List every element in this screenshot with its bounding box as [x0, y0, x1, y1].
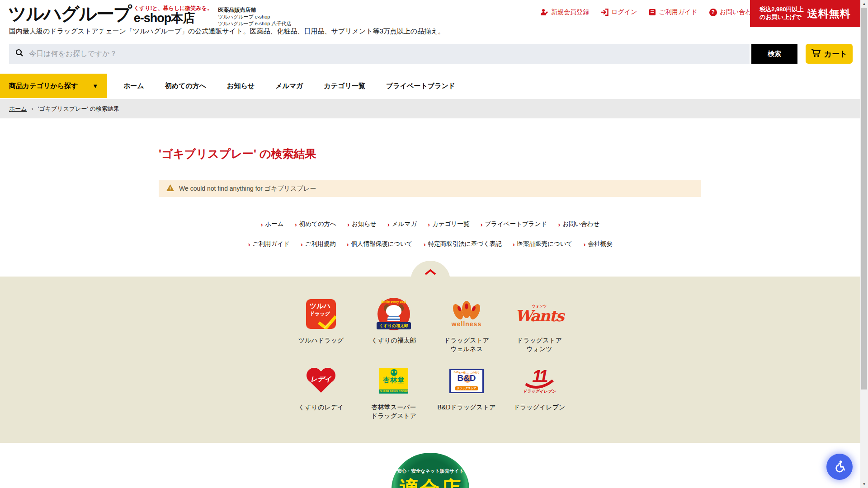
footer-link-guide[interactable]: ご利用ガイド: [248, 240, 289, 248]
brand-row-2: レデイ くすりのレデイ 杏林堂 SUPER DRUG STORE 杏林堂スーパー…: [0, 361, 860, 420]
scroll-up-arrow[interactable]: ▲: [860, 0, 868, 8]
footer-link-privacy[interactable]: 個人情報保護について: [347, 240, 413, 248]
smiley-icon: [391, 369, 397, 376]
register-link[interactable]: 新規会員登録: [540, 8, 589, 16]
brand-label-line2: ドラッグストア: [371, 412, 416, 420]
nav-item-mailmag[interactable]: メルマガ: [275, 82, 303, 90]
wheelchair-icon: [833, 460, 846, 474]
brand-label: ドラッグイレブン: [514, 403, 566, 412]
brand-label: くすりの福太郎: [371, 336, 416, 345]
cart-button[interactable]: カート: [806, 44, 853, 64]
search-icon: [15, 49, 24, 59]
eleven-sub-text: ドラッグイレブン: [523, 389, 556, 394]
breadcrumb-separator-icon: ›: [32, 105, 33, 112]
brand-fukutaro[interactable]: Smile every day! くすりの福太郎 くすりの福太郎: [358, 294, 430, 353]
scrollbar-thumb[interactable]: [861, 8, 867, 389]
footer-link-private-brand[interactable]: プライベートブランド: [480, 220, 547, 228]
chevron-down-icon: ▼: [92, 83, 98, 89]
seal-main-text: 適合店: [399, 475, 462, 488]
store-info: 医薬品販売店舗 ツルハグループ e-shop ツルハグループ e-shop 八千…: [218, 6, 291, 27]
brand-kyorindo[interactable]: 杏林堂 SUPER DRUG STORE 杏林堂スーパー ドラッグストア: [358, 361, 430, 420]
footer-link-first-time[interactable]: 初めての方へ: [295, 220, 336, 228]
dog-shirt-icon: [387, 316, 400, 321]
no-results-text: We could not find anything for ゴキブリスプレー: [179, 185, 316, 193]
fukutaro-arc-text: Smile every day!: [377, 300, 410, 303]
brand-label: B&Dドラッグストア: [437, 403, 495, 412]
footer-link-news[interactable]: お知らせ: [347, 220, 377, 228]
footer-link-company[interactable]: 会社概要: [584, 240, 613, 248]
free-shipping-label: 送料無料: [807, 7, 851, 21]
lady-logo: レデイ: [307, 361, 335, 401]
certified-shop-seal: 安心・安全なネット販売サイト 適合店: [392, 453, 469, 488]
fukutaro-logo: Smile every day! くすりの福太郎: [377, 294, 410, 334]
brand-bd[interactable]: B&Dと一緒に、この街で B&D ドラッグストア B&Dドラッグストア: [430, 361, 503, 420]
logo-eshop-block: くすり!と、暮らしに微笑みを。 e-shop本店: [134, 5, 213, 24]
main-nav: 商品カテゴリから探す ▼ ホーム 初めての方へ お知らせ メルマガ カテゴリ一覧…: [0, 75, 860, 97]
search-input[interactable]: [29, 50, 743, 58]
accessibility-button[interactable]: [826, 454, 853, 480]
footer-links-row2: ご利用ガイド ご利用規約 個人情報保護について 特定商取引法に基づく表記 医薬品…: [0, 240, 860, 248]
brand-row-1: ツルハ ドラッグ ツルハドラッグ Smile every day! くすりの福太…: [0, 294, 860, 353]
warning-icon: [166, 184, 175, 193]
breadcrumb: ホーム › 'ゴキブリスプレー' の検索結果: [0, 99, 860, 118]
brand-drug-eleven[interactable]: 11 ドラッグイレブン ドラッグイレブン: [503, 361, 576, 420]
nav-item-news[interactable]: お知らせ: [227, 82, 255, 90]
back-to-top-button[interactable]: [410, 261, 450, 281]
logo-eshop: e-shop本店: [134, 12, 213, 24]
user-register-icon: [540, 9, 548, 16]
category-menu-label: 商品カテゴリから探す: [9, 82, 78, 90]
scroll-down-arrow[interactable]: ▼: [860, 480, 868, 488]
footer-link-home[interactable]: ホーム: [260, 220, 283, 228]
wellness-logo-text: wellness: [452, 320, 481, 328]
guide-link[interactable]: ご利用ガイド: [649, 8, 697, 16]
wants-logo-text: Wants: [515, 307, 564, 325]
drug-eleven-logo: 11 ドラッグイレブン: [523, 361, 556, 401]
brand-wellness[interactable]: wellness ドラッグストア ウェルネス: [430, 294, 503, 353]
guide-label: ご利用ガイド: [659, 8, 697, 16]
nav-item-private-brand[interactable]: プライベートブランド: [386, 82, 455, 90]
brand-label: 杏林堂スーパー ドラッグストア: [371, 403, 416, 420]
kyorindo-logo-text: 杏林堂: [379, 376, 408, 385]
footer-link-terms[interactable]: ご利用規約: [301, 240, 336, 248]
brand-label-line1: ドラッグストア: [517, 336, 562, 345]
tsuruha-logo-text1: ツルハ: [310, 302, 336, 310]
brand-label-line1: 杏林堂スーパー: [371, 403, 416, 412]
nav-items: ホーム 初めての方へ お知らせ メルマガ カテゴリ一覧 プライベートブランド: [123, 82, 455, 90]
scrollbar: ▲ ▼: [860, 0, 868, 488]
free-shipping-banner: 税込2,980円以上 のお買い上げで 送料無料: [750, 0, 860, 27]
breadcrumb-current: 'ゴキブリスプレー' の検索結果: [38, 105, 119, 113]
nav-item-first-time[interactable]: 初めての方へ: [165, 82, 206, 90]
breadcrumb-home-link[interactable]: ホーム: [9, 105, 27, 113]
kyorindo-sub-text: SUPER DRUG STORE: [379, 389, 408, 394]
tsuruha-crane-icon: [317, 314, 336, 329]
brand-wants[interactable]: ウォンツ Wants ドラッグストア ウォンツ: [503, 294, 576, 353]
shipping-condition-line2: のお買い上げで: [760, 14, 804, 21]
cart-icon: [811, 48, 821, 60]
footer-link-contact[interactable]: お問い合わせ: [558, 220, 599, 228]
no-results-message: We could not find anything for ゴキブリスプレー: [159, 180, 701, 197]
brand-lady[interactable]: レデイ くすりのレデイ: [285, 361, 358, 420]
brand-label-line2: ウェルネス: [444, 345, 489, 353]
login-link[interactable]: ログイン: [601, 8, 637, 16]
page-title: 'ゴキブリスプレー' の検索結果: [159, 146, 701, 161]
site-logo[interactable]: ツルハグループ くすり!と、暮らしに微笑みを。 e-shop本店 医薬品販売店舗…: [8, 4, 291, 27]
footer-link-categories[interactable]: カテゴリ一覧: [428, 220, 469, 228]
nav-item-home[interactable]: ホーム: [123, 82, 144, 90]
brand-label: くすりのレデイ: [298, 403, 344, 412]
brand-tsuruha-drug[interactable]: ツルハ ドラッグ ツルハドラッグ: [285, 294, 358, 353]
brand-label-line2: ウォンツ: [517, 345, 562, 353]
footer-link-commerce-law[interactable]: 特定商取引法に基づく表記: [424, 240, 502, 248]
fukutaro-banner-text: くすりの福太郎: [377, 322, 411, 329]
brand-label: ドラッグストア ウェルネス: [444, 336, 489, 353]
bd-sub-text: ドラッグストア: [455, 386, 478, 390]
search-button[interactable]: 検索: [751, 44, 797, 64]
wellness-logo: wellness: [450, 294, 483, 334]
category-menu-button[interactable]: 商品カテゴリから探す ▼: [0, 74, 107, 98]
footer-link-mailmag[interactable]: メルマガ: [387, 220, 417, 228]
brand-label: ドラッグストア ウォンツ: [517, 336, 562, 353]
nav-item-categories[interactable]: カテゴリ一覧: [324, 82, 365, 90]
footer-links-row1: ホーム 初めての方へ お知らせ メルマガ カテゴリ一覧 プライベートブランド お…: [0, 220, 860, 228]
brand-label-line1: ドラッグストア: [444, 336, 489, 345]
logo-text-main: ツルハグループ: [8, 4, 131, 23]
footer-link-pharma-sales[interactable]: 医薬品販売について: [513, 240, 573, 248]
